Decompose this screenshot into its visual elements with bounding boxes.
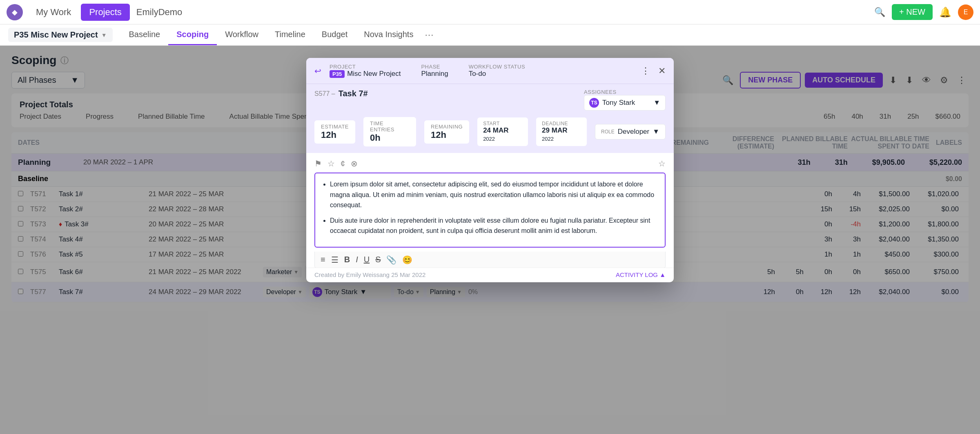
time-entries-box: TIME ENTRIES 0h [363,117,416,146]
modal-format-icons: ⚑ ☆ ¢ ⊗ ☆ [314,159,666,168]
deadline-date-value: 29 MAR 2022 [542,126,581,143]
main-area: Scoping ⓘ All Phases ▼ 🔍 NEW PHASE AUTO … [0,46,980,434]
attach-icon[interactable]: 📎 [386,255,396,265]
user-avatar[interactable]: E [958,4,973,20]
modal-content: ⚑ ☆ ¢ ⊗ ☆ Lorem ipsum dolor sit amet, co… [306,153,674,268]
project-badge: P35 [330,70,345,78]
circle-x-icon[interactable]: ⊗ [351,159,358,168]
nav-tab-projects[interactable]: Projects [81,4,129,21]
start-date-value: 24 MAR 2022 [483,126,522,143]
star-icon[interactable]: ☆ [327,159,335,168]
chevron-down-icon: ▼ [653,128,659,136]
task-detail-modal: ↩ PROJECT P35 Misc New Project PHASE Pla… [306,58,674,282]
flag-icon[interactable]: ⚑ [314,159,322,168]
list-unordered-icon[interactable]: ☰ [331,255,339,265]
activity-log-button[interactable]: ACTIVITY LOG ▲ [616,271,666,278]
created-by-text: Created by Emily Weissang 25 Mar 2022 [314,271,425,278]
text-bullet-2: Duis aute irure dolor in reprehenderit i… [330,215,658,236]
deadline-date-box: DEADLINE 29 MAR 2022 [536,117,587,146]
remaining-value: 12h [431,130,463,140]
text-bullet-1: Lorem ipsum dolor sit amet, consectetur … [330,179,658,210]
time-entries-value: 0h [370,133,410,143]
modal-phase-value: Planning [421,70,448,78]
modal-overlay: ↩ PROJECT P35 Misc New Project PHASE Pla… [0,46,980,434]
tab-workflow[interactable]: Workflow [217,25,267,45]
remaining-box: REMAINING 12h [424,120,469,144]
nav-breadcrumb: EmilyDemo [131,4,187,21]
tab-scoping[interactable]: Scoping [168,25,217,45]
more-tabs-icon[interactable]: ⋯ [425,30,434,40]
assignee-avatar: TS [589,98,599,108]
modal-back-button[interactable]: ↩ [314,66,321,76]
tab-baseline[interactable]: Baseline [121,25,169,45]
modal-metrics-row: ESTIMATE 12h TIME ENTRIES 0h REMAINING 1… [306,117,674,153]
star-right-icon[interactable]: ☆ [658,159,666,168]
coin-icon[interactable]: ¢ [341,159,345,168]
chevron-down-icon: ▼ [653,99,660,107]
editor-format-bar: ≡ ☰ B I U S 📎 😊 [314,252,666,268]
modal-task-id-title: S577 – [314,89,577,98]
start-date-box: START 24 MAR 2022 [477,117,528,146]
project-name-selector[interactable]: P35 Misc New Project ▼ [8,28,113,42]
modal-workflow-value: To-do [469,70,525,78]
notification-bell-icon[interactable]: 🔔 [939,7,951,18]
tab-budget[interactable]: Budget [314,25,356,45]
search-icon[interactable]: 🔍 [874,7,885,18]
italic-icon[interactable]: I [356,255,358,265]
modal-top-bar: ↩ PROJECT P35 Misc New Project PHASE Pla… [306,58,674,84]
chevron-down-icon: ▼ [101,32,107,38]
emoji-icon[interactable]: 😊 [402,255,412,265]
modal-project-value: P35 Misc New Project [330,70,401,78]
estimate-value: 12h [321,130,349,140]
modal-project-field: PROJECT P35 Misc New Project [330,64,401,78]
project-tab-bar: P35 Misc New Project ▼ Baseline Scoping … [0,24,980,46]
new-button[interactable]: + NEW [892,4,933,20]
list-ordered-icon[interactable]: ≡ [321,255,325,265]
nav-tab-mywork[interactable]: My Work [28,4,79,21]
role-selector[interactable]: ROLE Developer ▼ [595,124,666,140]
strikethrough-icon[interactable]: S [375,255,381,265]
modal-task-area: S577 – ASSIGNEES TS Tony Stark ▼ [306,84,674,117]
tab-timeline[interactable]: Timeline [267,25,314,45]
modal-footer: Created by Emily Weissang 25 Mar 2022 AC… [306,268,674,282]
modal-close-button[interactable]: ✕ [658,66,666,76]
underline-icon[interactable]: U [364,255,370,265]
task-title-input[interactable] [339,89,577,98]
nav-right: 🔍 + NEW 🔔 E [874,4,973,20]
modal-task-id: S577 – [314,90,335,97]
role-label-small: ROLE [601,129,615,135]
top-nav: ◆ My Work Projects EmilyDemo 🔍 + NEW 🔔 E [0,0,980,24]
estimate-box: ESTIMATE 12h [314,120,355,144]
task-description-editor[interactable]: Lorem ipsum dolor sit amet, consectetur … [314,173,666,248]
modal-more-button[interactable]: ⋮ [641,66,650,76]
assignee-selector[interactable]: TS Tony Stark ▼ [584,95,666,111]
bold-icon[interactable]: B [344,255,350,265]
tab-nova-insights[interactable]: Nova Insights [356,25,421,45]
modal-phase-field: PHASE Planning [421,64,448,78]
modal-assignee-area: ASSIGNEES TS Tony Stark ▼ [584,89,666,111]
app-logo[interactable]: ◆ [7,4,23,20]
modal-workflow-field: WORKFLOW STATUS To-do [469,64,525,78]
